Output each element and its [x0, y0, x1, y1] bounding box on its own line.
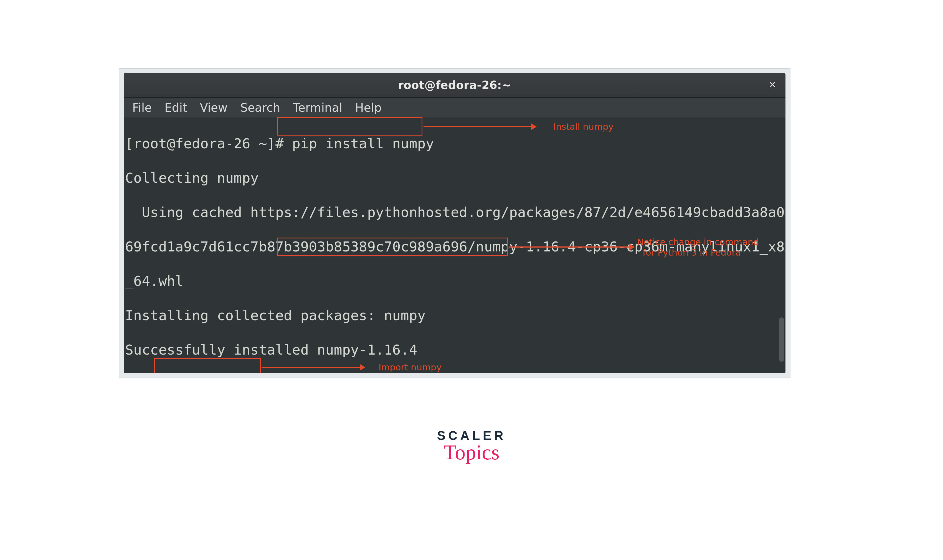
brand-bottom: Topics: [437, 440, 506, 465]
terminal-line: Successfully installed numpy-1.16.4: [125, 341, 784, 358]
menu-view[interactable]: View: [196, 100, 231, 115]
terminal-line: Using cached https://files.pythonhosted.…: [125, 204, 784, 221]
stage: root@fedora-26:~ File Edit View Search T…: [119, 68, 790, 378]
annotation-label-import: Import numpy: [379, 362, 442, 372]
terminal-line: Collecting numpy: [125, 169, 784, 186]
terminal-line: _64.whl: [125, 272, 784, 290]
window-title: root@fedora-26:~: [398, 79, 511, 91]
menu-terminal[interactable]: Terminal: [289, 100, 347, 115]
brand-logo: SCALER Topics: [437, 428, 506, 465]
annotation-arrow: [262, 367, 365, 368]
terminal-line: Installing collected packages: numpy: [125, 307, 784, 324]
terminal-line: [root@fedora-26 ~]# pip install numpy: [125, 135, 784, 152]
menu-edit[interactable]: Edit: [160, 100, 191, 115]
annotation-label-install: Install numpy: [553, 122, 613, 132]
window-titlebar: root@fedora-26:~: [124, 73, 785, 98]
annotation-arrow: [509, 246, 634, 248]
scrollbar-thumb[interactable]: [779, 317, 784, 362]
annotation-arrow: [424, 126, 536, 127]
annotation-label-python3-l2: for Python 3 in Fedora: [643, 248, 741, 257]
annotation-label-python3-l1: Notice change in command: [637, 237, 759, 247]
terminal-window: root@fedora-26:~ File Edit View Search T…: [124, 72, 786, 373]
menu-help[interactable]: Help: [351, 100, 385, 115]
menu-file[interactable]: File: [128, 100, 156, 115]
close-icon: [769, 81, 776, 89]
menu-search[interactable]: Search: [236, 100, 284, 115]
close-button[interactable]: [767, 80, 777, 90]
menubar: File Edit View Search Terminal Help: [124, 98, 785, 118]
